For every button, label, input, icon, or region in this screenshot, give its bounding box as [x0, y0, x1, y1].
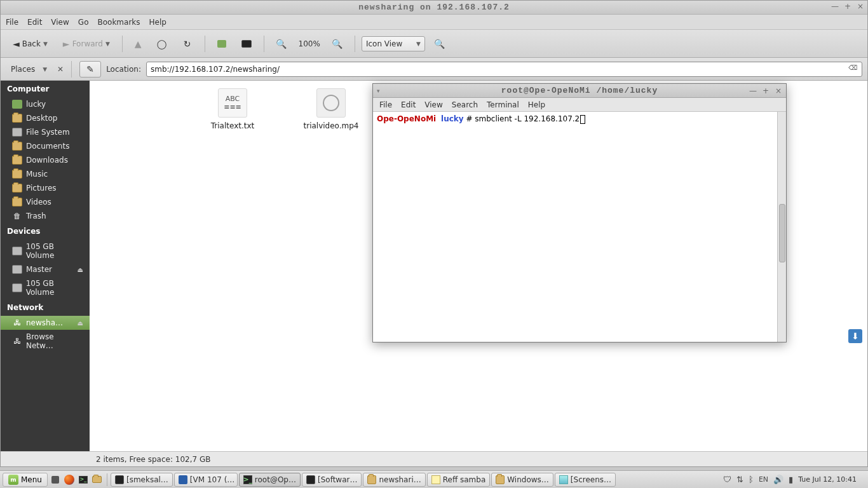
- task-newsharing[interactable]: newshari…: [363, 473, 425, 487]
- location-input[interactable]: [151, 65, 848, 74]
- back-history-dropdown-icon[interactable]: ▼: [43, 41, 48, 47]
- eject-icon[interactable]: ⏏: [78, 266, 83, 273]
- folder-icon: [92, 476, 102, 483]
- task-screenshot[interactable]: [Screens…: [555, 473, 616, 487]
- location-input-wrapper[interactable]: ⌫: [146, 62, 862, 77]
- zoom-in-button[interactable]: 🔍: [327, 36, 348, 52]
- sidebar-item-browse-network[interactable]: 🖧Browse Netw…: [1, 330, 90, 353]
- reload-button[interactable]: ↻: [177, 36, 198, 52]
- task-label: newshari…: [379, 475, 421, 484]
- sidebar-item-downloads[interactable]: Downloads: [1, 153, 90, 167]
- file-item-trialvideo[interactable]: trialvideo.mp4: [299, 88, 363, 130]
- sidebar-item-trash[interactable]: 🗑Trash: [1, 209, 90, 223]
- term-menu-help[interactable]: Help: [528, 100, 545, 109]
- task-terminal[interactable]: >_root@Op…: [239, 473, 301, 487]
- volume-icon[interactable]: 🔊: [773, 475, 783, 484]
- battery-icon[interactable]: ▮: [789, 475, 793, 484]
- task-smeksal[interactable]: [smeksal…: [111, 473, 173, 487]
- search-button[interactable]: 🔍: [429, 36, 451, 52]
- term-menu-view[interactable]: View: [424, 100, 442, 109]
- firefox-launcher[interactable]: [63, 473, 76, 486]
- task-label: Reff samba: [443, 475, 486, 484]
- up-button[interactable]: ▲: [129, 36, 147, 52]
- window-menu-icon[interactable]: ▾: [377, 88, 380, 94]
- keyboard-layout-indicator[interactable]: EN: [759, 475, 768, 484]
- fm-title: newsharing on 192.168.107.2: [358, 3, 510, 12]
- download-indicator-icon[interactable]: ⬇: [848, 329, 862, 343]
- places-selector[interactable]: Places ▼: [6, 62, 52, 76]
- sidebar-item-volume[interactable]: 105 GB Volume: [1, 276, 90, 299]
- forward-arrow-icon: ►: [63, 39, 70, 49]
- stop-button[interactable]: ◯: [151, 36, 173, 52]
- minimize-icon[interactable]: —: [831, 2, 839, 11]
- sidebar-item-home[interactable]: lucky: [1, 97, 90, 111]
- home-button[interactable]: [212, 37, 232, 51]
- start-menu-button[interactable]: m Menu: [3, 473, 48, 487]
- prompt-hostname: Ope-OpeNoMi: [377, 114, 436, 123]
- update-manager-icon[interactable]: 🛡: [723, 475, 731, 484]
- places-label: Places: [11, 65, 35, 74]
- folder-icon: [12, 184, 22, 193]
- folder-icon: [12, 114, 22, 123]
- maximize-icon[interactable]: +: [843, 2, 852, 11]
- sidebar-item-master[interactable]: Master⏏: [1, 262, 90, 276]
- fm-titlebar[interactable]: newsharing on 192.168.107.2 — + ×: [1, 1, 867, 15]
- sidebar-item-documents[interactable]: Documents: [1, 139, 90, 153]
- folder-icon: [367, 475, 376, 484]
- menu-bookmarks[interactable]: Bookmarks: [97, 18, 140, 27]
- task-label: [Screens…: [571, 475, 611, 484]
- sidebar-item-label: File System: [26, 128, 70, 137]
- terminal-scrollbar[interactable]: [777, 112, 786, 342]
- terminal-cursor: [580, 115, 585, 124]
- close-icon[interactable]: ×: [775, 86, 782, 95]
- term-menu-terminal[interactable]: Terminal: [487, 100, 519, 109]
- term-menu-edit[interactable]: Edit: [401, 100, 416, 109]
- task-software[interactable]: [Softwar…: [302, 473, 362, 487]
- menu-view[interactable]: View: [51, 18, 69, 27]
- bluetooth-icon[interactable]: ᛒ: [749, 475, 754, 484]
- sidebar-item-desktop[interactable]: Desktop: [1, 111, 90, 125]
- clear-location-icon[interactable]: ⌫: [848, 64, 858, 74]
- sidebar-item-pictures[interactable]: Pictures: [1, 181, 90, 195]
- view-mode-dropdown[interactable]: Icon View ▼: [362, 36, 425, 51]
- places-sidebar[interactable]: Computer lucky Desktop File System Docum…: [1, 81, 90, 451]
- zoom-in-icon: 🔍: [332, 39, 342, 49]
- clock[interactable]: Tue Jul 12, 10:41: [798, 475, 857, 484]
- edit-location-button[interactable]: ✎: [79, 61, 101, 78]
- minimize-icon[interactable]: —: [749, 86, 757, 95]
- eject-icon[interactable]: ⏏: [78, 320, 83, 327]
- drive-icon: [12, 283, 22, 292]
- show-desktop-button[interactable]: [49, 473, 62, 486]
- toolbar-separator: [355, 36, 355, 52]
- term-menu-file[interactable]: File: [379, 100, 392, 109]
- task-reff-samba[interactable]: Reff samba: [427, 473, 491, 487]
- network-icon[interactable]: ⇅: [736, 475, 743, 484]
- terminal-window[interactable]: ▾ root@Ope-OpeNoMi /home/lucky — + × Fil…: [372, 83, 787, 342]
- menu-file[interactable]: File: [6, 18, 18, 27]
- back-button[interactable]: ◄ Back ▼: [7, 36, 53, 52]
- sidebar-item-filesystem[interactable]: File System: [1, 125, 90, 139]
- sidebar-item-newsharing[interactable]: 🖧newsha…⏏: [1, 316, 90, 330]
- term-titlebar[interactable]: ▾ root@Ope-OpeNoMi /home/lucky — + ×: [373, 84, 786, 98]
- terminal-body[interactable]: Ope-OpeNoMi lucky # smbclient -L 192.168…: [373, 112, 786, 342]
- menu-edit[interactable]: Edit: [27, 18, 42, 27]
- terminal-launcher[interactable]: >_: [77, 473, 90, 486]
- sidebar-item-videos[interactable]: Videos: [1, 195, 90, 209]
- close-sidebar-icon[interactable]: ✕: [57, 65, 64, 74]
- sidebar-item-volume[interactable]: 105 GB Volume: [1, 240, 90, 262]
- zoom-out-button[interactable]: 🔍: [271, 36, 292, 52]
- files-launcher[interactable]: [91, 473, 104, 486]
- close-icon[interactable]: ×: [856, 2, 865, 11]
- term-menu-search[interactable]: Search: [452, 100, 478, 109]
- sidebar-item-music[interactable]: Music: [1, 167, 90, 181]
- task-vm107[interactable]: [VM 107 (…: [174, 473, 238, 487]
- sidebar-item-label: Videos: [26, 198, 51, 207]
- menu-help[interactable]: Help: [149, 18, 166, 27]
- sidebar-item-label: 105 GB Volume: [26, 279, 83, 297]
- menu-go[interactable]: Go: [78, 18, 89, 27]
- computer-button[interactable]: [236, 37, 257, 51]
- file-item-trialtext[interactable]: ABC≡≡≡ Trialtext.txt: [201, 88, 264, 130]
- task-windows[interactable]: Windows…: [491, 473, 553, 487]
- maximize-icon[interactable]: +: [762, 86, 770, 95]
- home-icon: [12, 100, 22, 109]
